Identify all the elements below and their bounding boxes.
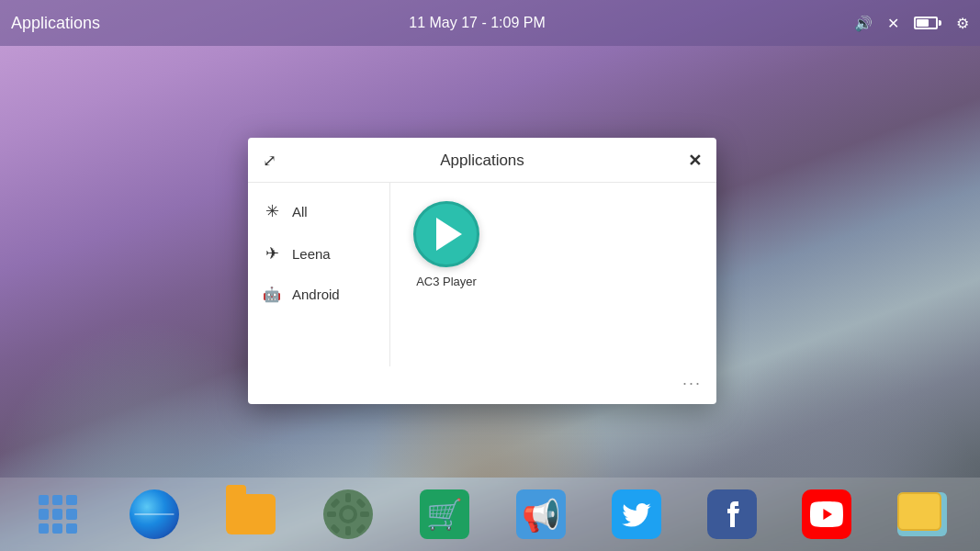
facebook-icon <box>718 498 746 531</box>
app-item-ac3player[interactable]: AC3 Player <box>405 201 488 288</box>
svg-text:🛒: 🛒 <box>426 497 463 532</box>
taskbar-item-browser[interactable] <box>129 489 180 540</box>
window-sidebar: ✳ All ✈ Leena 🤖 Android <box>248 183 390 366</box>
svg-rect-4 <box>345 526 351 535</box>
android-icon: 🤖 <box>263 286 281 303</box>
youtube-icon <box>810 501 843 527</box>
megaphone-icon: 📢 <box>516 489 566 539</box>
folder-icon <box>226 494 276 534</box>
taskbar-item-cart[interactable]: 🛒 <box>419 489 470 540</box>
app-icon-ac3player <box>413 201 479 267</box>
taskbar-item-facebook[interactable] <box>707 489 757 539</box>
taskbar-item-grid[interactable] <box>32 489 84 540</box>
sidebar-item-all[interactable]: ✳ All <box>248 190 389 232</box>
gear-icon <box>323 489 373 539</box>
battery-body <box>914 17 938 29</box>
sidebar-item-android[interactable]: 🤖 Android <box>248 275 389 314</box>
more-dots-button[interactable]: ··· <box>682 374 702 393</box>
cart-icon: 🛒 <box>420 489 469 539</box>
volume-icon[interactable]: 🔊 <box>854 15 873 32</box>
battery-icon <box>914 17 941 29</box>
topbar: Applications 11 May 17 - 1:09 PM 🔊 ✕ ⚙ <box>0 0 980 46</box>
expand-icon[interactable]: ⤢ <box>263 151 276 171</box>
svg-rect-5 <box>327 512 336 517</box>
all-icon: ✳ <box>263 201 281 221</box>
topbar-clock: 11 May 17 - 1:09 PM <box>409 15 546 31</box>
play-triangle-icon <box>436 218 462 251</box>
window-footer: ··· <box>248 366 716 404</box>
topbar-icons: 🔊 ✕ ⚙ <box>854 15 969 32</box>
settings-icon[interactable]: ⚙ <box>956 15 969 32</box>
window-title: Applications <box>440 152 524 170</box>
sidebar-label-leena: Leena <box>292 246 331 262</box>
svg-point-2 <box>343 509 354 520</box>
window-close-button[interactable]: ✕ <box>688 151 702 171</box>
svg-text:📢: 📢 <box>522 497 561 534</box>
battery-tip <box>939 20 941 26</box>
close-icon[interactable]: ✕ <box>887 15 899 32</box>
taskbar-item-files[interactable] <box>225 489 276 540</box>
app-window: ⤢ Applications ✕ ✳ All ✈ Leena 🤖 Android <box>248 138 716 404</box>
window-content: AC3 Player <box>390 183 716 366</box>
taskbar-item-youtube[interactable] <box>802 489 851 539</box>
sidebar-label-all: All <box>292 204 308 219</box>
taskbar: 🛒 📢 <box>0 478 980 551</box>
globe-icon <box>130 489 179 539</box>
taskbar-item-megaphone[interactable]: 📢 <box>515 489 567 540</box>
grid-icon <box>39 495 77 534</box>
taskbar-item-screen[interactable] <box>896 489 948 540</box>
window-body: ✳ All ✈ Leena 🤖 Android AC3 Player <box>248 183 716 366</box>
taskbar-item-settings[interactable] <box>322 489 374 540</box>
app-label-ac3player: AC3 Player <box>416 275 477 288</box>
taskbar-item-twitter[interactable] <box>612 489 661 539</box>
twitter-icon <box>620 498 653 531</box>
leena-icon: ✈ <box>263 243 281 264</box>
sidebar-label-android: Android <box>292 287 340 302</box>
screen-icon <box>897 489 947 539</box>
battery-fill <box>917 19 929 27</box>
topbar-title: Applications <box>11 14 100 33</box>
sidebar-item-leena[interactable]: ✈ Leena <box>248 232 389 275</box>
svg-rect-6 <box>360 512 369 517</box>
svg-rect-3 <box>345 493 351 502</box>
window-titlebar: ⤢ Applications ✕ <box>248 138 716 183</box>
